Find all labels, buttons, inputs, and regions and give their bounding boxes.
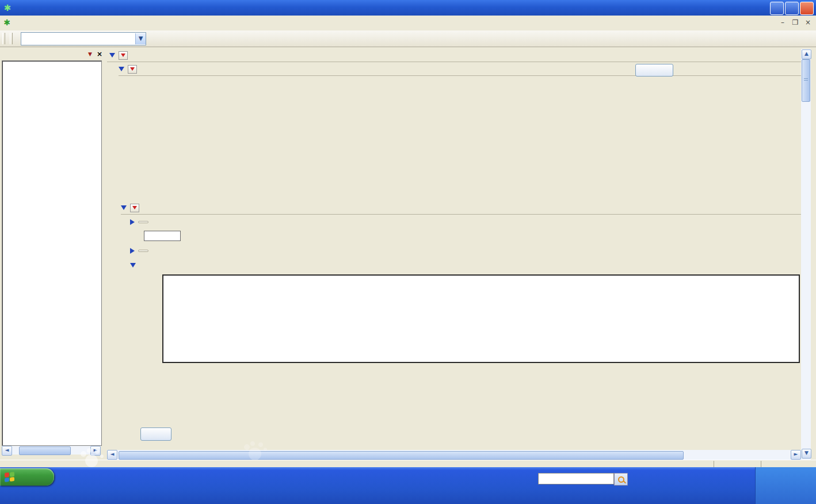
red-triangle-menu-icon[interactable] [128,65,137,74]
desktop-search [538,473,628,486]
num-lock-indicator [761,461,807,467]
toolbar: ▼ [0,30,816,47]
status-bar [0,460,816,468]
scroll-thumb[interactable] [19,446,71,455]
scroll-right-icon[interactable]: ► [90,446,101,456]
title-bar: ✱ [0,0,816,16]
disclosure-right-icon[interactable] [130,219,135,225]
page: ✱ ✱ – ❐ × ▼ ▼ × [0,0,816,504]
sidebar-menu-icon[interactable]: ▼ [88,51,92,57]
restore-button[interactable] [785,2,799,15]
red-triangle-menu-icon[interactable] [130,204,139,212]
simulate-button[interactable] [635,64,673,77]
vertical-scrollbar[interactable]: ▲ ▼ [801,49,811,460]
mdi-close-button[interactable]: × [803,18,813,26]
window-tree [2,60,102,446]
scroll-left-icon[interactable]: ◄ [107,450,117,460]
disclosure-down-icon[interactable] [130,263,136,268]
mdi-restore-button[interactable]: ❐ [791,18,800,26]
disclosure-down-icon[interactable] [121,205,127,210]
minimize-button[interactable] [770,2,784,15]
search-icon [618,476,624,483]
search-button[interactable] [614,473,628,486]
red-triangle-menu-icon[interactable] [119,51,128,60]
search-input[interactable] [538,473,614,484]
disclosure-down-icon[interactable] [109,53,115,58]
window-list-panel: ▼ × ◄ ► [0,49,105,460]
horizontal-scrollbar[interactable]: ◄ ► [107,450,801,460]
platform-combobox[interactable]: ▼ [21,32,146,45]
clock-area [755,467,816,504]
close-button[interactable] [800,2,814,15]
runs-input[interactable] [144,231,181,241]
disclosure-down-icon[interactable] [119,67,124,71]
defect-x-ticks [162,365,800,394]
windows-logo-icon [5,472,15,482]
scroll-right-icon[interactable]: ► [791,450,801,460]
sim-to-table-header[interactable] [138,250,148,252]
scroll-down-icon[interactable]: ▼ [802,449,811,459]
start-button[interactable] [0,468,54,486]
scroll-thumb[interactable] [119,451,684,460]
defect-profiler-chart [162,274,800,363]
taskbar [0,467,816,504]
toolbar-grip[interactable] [2,33,5,44]
scroll-left-icon[interactable]: ◄ [2,446,12,456]
chevron-down-icon[interactable]: ▼ [135,33,146,44]
jmp-app-icon: ✱ [2,3,13,13]
jmp-doc-icon: ✱ [2,18,12,28]
sim-response-header[interactable] [138,221,148,223]
disclosure-right-icon[interactable] [130,248,135,254]
toolbar-grip[interactable] [10,33,13,44]
menu-bar: ✱ – ❐ × [0,16,816,31]
scroll-up-icon[interactable]: ▲ [802,49,811,59]
rerun-button[interactable] [140,427,171,441]
report-area [107,49,801,450]
scroll-thumb[interactable] [802,59,810,102]
sidebar-close-icon[interactable]: × [97,50,102,58]
defect-panel-names [162,394,800,403]
mdi-minimize-button[interactable]: – [778,18,787,26]
sidebar-hscrollbar[interactable]: ◄ ► [2,446,101,455]
